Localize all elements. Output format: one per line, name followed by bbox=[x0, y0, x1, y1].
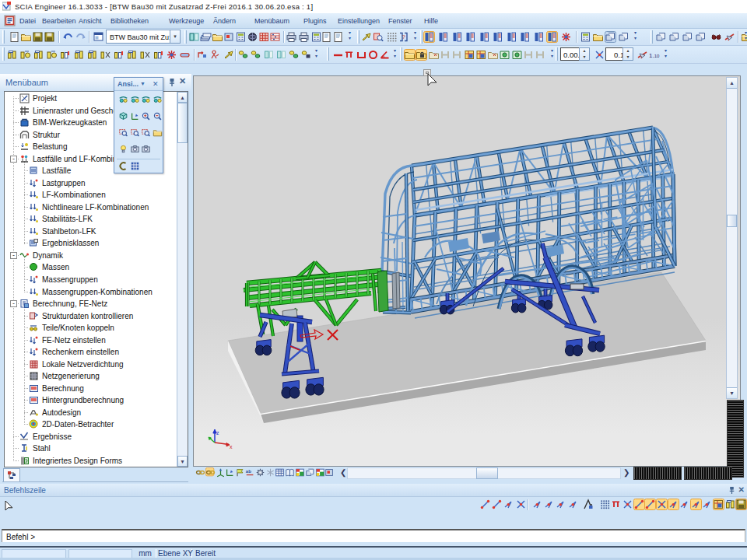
svg-text:?: ? bbox=[402, 33, 406, 40]
svg-text:x: x bbox=[230, 444, 233, 450]
svg-text:ab: ab bbox=[246, 469, 251, 474]
svg-text:z: z bbox=[216, 430, 219, 436]
